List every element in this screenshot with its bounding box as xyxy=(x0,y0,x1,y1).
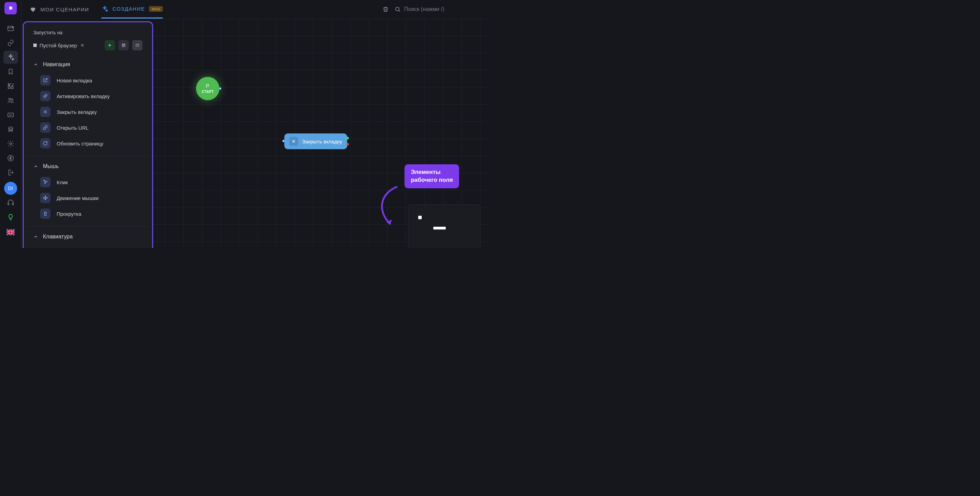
canvas[interactable]: СТАРТ Закрыть вкладку Элементы рабочего … xyxy=(153,19,490,248)
scroll-icon xyxy=(40,209,51,219)
action-open-url[interactable]: Открыть URL xyxy=(33,120,143,135)
minimap[interactable] xyxy=(408,204,480,248)
svg-text:API: API xyxy=(9,114,12,116)
puzzle-icon[interactable] xyxy=(3,79,18,93)
section-title: Навигация xyxy=(43,62,70,68)
section-title: Мышь xyxy=(43,163,59,170)
action-label: Закрыть вкладку xyxy=(57,109,97,115)
browsers-icon[interactable] xyxy=(3,22,18,35)
cursor-icon xyxy=(40,177,51,187)
avatar[interactable]: DI xyxy=(4,182,17,195)
layout-button[interactable] xyxy=(132,40,143,51)
actions-panel: Запустить на Пустой браузер ✕ xyxy=(23,21,153,248)
section-navigation[interactable]: Навигация xyxy=(33,59,143,72)
section-mouse[interactable]: Мышь xyxy=(33,161,143,174)
save-icon xyxy=(121,43,126,48)
start-node[interactable]: СТАРТ xyxy=(196,77,220,100)
chain-icon xyxy=(40,91,51,101)
minimap-block-marker xyxy=(433,227,446,230)
flag-icon xyxy=(205,84,210,89)
action-label: Открыть URL xyxy=(57,125,89,131)
svg-point-8 xyxy=(10,143,12,145)
browser-chip-icon xyxy=(33,44,37,47)
move-icon xyxy=(40,193,51,203)
svg-point-6 xyxy=(9,130,10,132)
create-icon[interactable] xyxy=(3,51,18,64)
action-label: Клик xyxy=(57,179,68,185)
tab-my-scenarios[interactable]: МОИ СЦЕНАРИИ xyxy=(30,0,89,19)
search-input[interactable] xyxy=(404,6,480,12)
chevron-up-icon xyxy=(33,62,38,67)
icon-sidebar: API DI xyxy=(0,0,21,248)
port-in[interactable] xyxy=(282,139,285,143)
billing-icon[interactable] xyxy=(3,152,18,165)
incognito-icon[interactable] xyxy=(3,123,18,136)
svg-point-1 xyxy=(12,27,13,27)
action-label: Движение мышки xyxy=(57,195,99,201)
tab-label: МОИ СЦЕНАРИИ xyxy=(41,6,89,12)
api-icon[interactable]: API xyxy=(3,108,18,121)
heart-icon xyxy=(30,6,37,13)
action-new-tab[interactable]: Новая вкладка xyxy=(33,72,143,88)
save-button[interactable] xyxy=(118,40,129,51)
run-button[interactable] xyxy=(105,40,115,51)
callout-line1: Элементы xyxy=(411,168,453,176)
svg-rect-15 xyxy=(136,44,139,47)
port-success[interactable] xyxy=(347,137,349,139)
action-label: Прокрутка xyxy=(57,211,81,217)
browser-chip-close[interactable]: ✕ xyxy=(80,43,84,48)
svg-point-13 xyxy=(396,7,399,11)
svg-rect-11 xyxy=(12,203,13,205)
sparkle-icon xyxy=(101,5,108,12)
svg-point-2 xyxy=(9,98,11,100)
tab-label: СОЗДАНИЕ xyxy=(112,6,145,12)
close-tab-node[interactable]: Закрыть вкладку xyxy=(284,133,347,149)
svg-rect-16 xyxy=(44,212,46,216)
language-flag-uk[interactable] xyxy=(6,229,15,235)
beta-badge: beta xyxy=(149,6,162,12)
search-box[interactable] xyxy=(395,6,480,12)
action-mouse-move[interactable]: Движение мышки xyxy=(33,190,143,206)
app-logo[interactable] xyxy=(5,2,17,14)
action-click[interactable]: Клик xyxy=(33,174,143,190)
port-out[interactable] xyxy=(219,87,221,90)
link-icon[interactable] xyxy=(3,36,18,49)
idea-icon[interactable] xyxy=(3,211,18,223)
gear-icon[interactable] xyxy=(3,137,18,150)
minimap-start-marker xyxy=(418,216,422,219)
external-icon xyxy=(40,75,51,86)
callout-arrow xyxy=(373,183,404,228)
browser-chip-label: Пустой браузер xyxy=(40,43,77,48)
callout-tooltip: Элементы рабочего поля xyxy=(404,164,459,188)
play-icon xyxy=(108,43,112,48)
section-title: Клавиатура xyxy=(43,234,73,240)
trash-button[interactable] xyxy=(380,4,391,15)
search-icon xyxy=(395,6,401,12)
logout-icon[interactable] xyxy=(3,166,18,179)
team-icon[interactable] xyxy=(3,94,18,107)
section-keyboard[interactable]: Клавиатура xyxy=(33,231,143,244)
action-scroll[interactable]: Прокрутка xyxy=(33,206,143,222)
start-node-label: СТАРТ xyxy=(202,90,214,93)
support-icon[interactable] xyxy=(3,196,18,209)
svg-point-7 xyxy=(11,130,13,132)
trash-icon xyxy=(382,6,389,13)
reload-icon xyxy=(40,138,51,149)
svg-rect-10 xyxy=(8,203,9,205)
action-label: Новая вкладка xyxy=(57,78,92,83)
bookmark-icon[interactable] xyxy=(3,65,18,78)
action-label: Обновить страницу xyxy=(57,141,103,146)
svg-point-3 xyxy=(11,99,13,100)
port-error[interactable] xyxy=(347,143,349,146)
action-close-tab[interactable]: Закрыть вкладку xyxy=(33,104,143,120)
block-node-label: Закрыть вкладку xyxy=(302,139,342,144)
url-icon xyxy=(40,122,51,133)
browser-chip[interactable]: Пустой браузер ✕ xyxy=(33,43,84,48)
chevron-up-icon xyxy=(33,234,38,239)
topbar: МОИ СЦЕНАРИИ СОЗДАНИЕ beta xyxy=(21,0,490,19)
action-activate-tab[interactable]: Активировать вкладку xyxy=(33,88,143,104)
chevron-up-icon xyxy=(33,164,38,169)
action-reload[interactable]: Обновить страницу xyxy=(33,135,143,151)
close-icon xyxy=(289,137,298,146)
tab-create[interactable]: СОЗДАНИЕ beta xyxy=(101,0,162,19)
